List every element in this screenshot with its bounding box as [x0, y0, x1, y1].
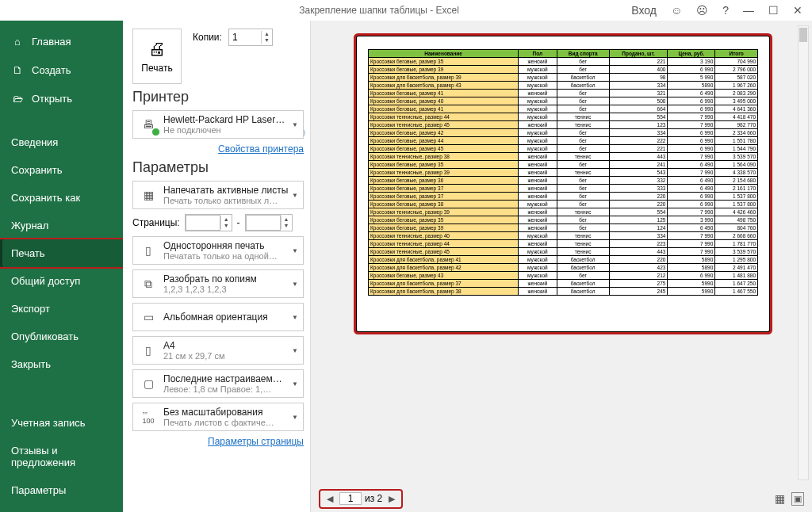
new-icon: 🗋: [11, 63, 24, 76]
paper-size-selector[interactable]: ▯ A421 см x 29,7 см ▼: [132, 336, 304, 365]
open-icon: 🗁: [11, 92, 24, 105]
print-button[interactable]: 🖨 Печать: [132, 29, 182, 84]
sidebar-item-share[interactable]: Общий доступ: [0, 267, 123, 295]
sidebar-item-save[interactable]: Сохранить: [0, 156, 123, 184]
chevron-down-icon: ▼: [289, 192, 298, 199]
preview-footer: ◀ из 2 ▶ ▦ ▣: [311, 485, 812, 512]
sidebar-item-print[interactable]: Печать: [0, 239, 123, 267]
scale-icon: ▫▫100: [138, 407, 159, 427]
spin-down-icon[interactable]: ▼: [262, 37, 272, 44]
sidebar-item-saveas[interactable]: Сохранить как: [0, 184, 123, 212]
titlebar: Закрепление шапки таблицы - Excel Вход ☺…: [0, 0, 812, 21]
sidebar-item-info[interactable]: Сведения: [0, 128, 123, 156]
printer-selector[interactable]: 🖶 Hewlett-Packard HP LaserJe…Не подключе…: [132, 110, 304, 139]
sidebar-item-open[interactable]: 🗁Открыть: [0, 84, 123, 113]
sidebar-item-feedback[interactable]: Отзывы и предложения: [0, 437, 123, 476]
pages-range: Страницы: ▲▼ - ▲▼: [132, 214, 304, 231]
sidebar-item-close[interactable]: Закрыть: [0, 350, 123, 378]
sidebar-item-export[interactable]: Экспорт: [0, 295, 123, 323]
help-icon[interactable]: ?: [722, 4, 729, 17]
page-setup-link[interactable]: Параметры страницы: [132, 436, 304, 447]
chevron-down-icon: ▼: [289, 380, 298, 388]
close-icon[interactable]: ✕: [793, 4, 802, 17]
sidebar-item-publish[interactable]: Опубликовать: [0, 323, 123, 350]
next-page-button[interactable]: ▶: [385, 492, 398, 506]
sidebar-item-home[interactable]: ⌂Главная: [0, 27, 123, 55]
sidebar-item-history[interactable]: Журнал: [0, 212, 123, 239]
paper-icon: ▯: [138, 340, 159, 361]
prev-page-button[interactable]: ◀: [324, 492, 336, 506]
sides-selector[interactable]: ▯ Односторонняя печатьПечатать только на…: [132, 236, 304, 265]
margins-selector[interactable]: ▢ Последние настраиваемы…Левое: 1,8 см П…: [132, 369, 304, 398]
chevron-down-icon: ▼: [289, 121, 298, 128]
printer-heading: Принтер: [132, 89, 304, 105]
window-title: Закрепление шапки таблицы - Excel: [127, 5, 631, 16]
sidebar-item-account[interactable]: Учетная запись: [0, 409, 123, 437]
chevron-down-icon: ▼: [289, 281, 298, 288]
preview-page: НаименованиеПолВид спортаПродано, шт.Цен…: [357, 36, 769, 331]
printer-icon: 🖨: [148, 39, 166, 59]
minimize-icon[interactable]: —: [743, 4, 754, 17]
titlebar-actions: Вход ☺ ☹ ? — ☐ ✕: [631, 4, 809, 17]
print-settings-panel: 🖨 Печать Копии: ▲▼ ⓘ Принтер 🖶 Hewlett-P…: [123, 21, 310, 512]
print-what-selector[interactable]: ▦ Напечатать активные листыПечать только…: [132, 181, 304, 209]
page-to-input[interactable]: ▲▼: [245, 214, 293, 231]
home-icon: ⌂: [11, 35, 24, 48]
sad-face-icon[interactable]: ☹: [696, 4, 708, 17]
print-preview: НаименованиеПолВид спортаПродано, шт.Цен…: [310, 21, 812, 512]
one-side-icon: ▯: [138, 240, 159, 261]
page-total-label: из 2: [365, 493, 382, 504]
vertical-scrollbar[interactable]: [798, 25, 809, 480]
sidebar-item-options[interactable]: Параметры: [0, 476, 123, 504]
happy-face-icon[interactable]: ☺: [671, 4, 682, 17]
copies-stepper[interactable]: ▲▼: [228, 29, 273, 46]
copies-label: Копии:: [193, 32, 222, 43]
copies-input[interactable]: [229, 30, 261, 44]
printer-device-icon: 🖶: [138, 114, 159, 135]
spin-up-icon[interactable]: ▲: [262, 31, 272, 37]
printer-properties-link[interactable]: Свойства принтера: [132, 143, 304, 155]
backstage-sidebar: ⌂Главная 🗋Создать 🗁Открыть Сведения Сохр…: [0, 21, 123, 512]
scaling-selector[interactable]: ▫▫100 Без масштабированияПечать листов с…: [132, 403, 304, 431]
orientation-selector[interactable]: ▭ Альбомная ориентация ▼: [132, 303, 304, 331]
collate-selector[interactable]: ⧉ Разобрать по копиям1,2,3 1,2,3 1,2,3 ▼: [132, 269, 304, 298]
chevron-down-icon: ▼: [289, 347, 298, 354]
landscape-icon: ▭: [138, 307, 159, 327]
params-heading: Параметры: [132, 159, 304, 176]
sidebar-item-create[interactable]: 🗋Создать: [0, 55, 123, 84]
current-page-input[interactable]: [339, 492, 362, 505]
sheets-icon: ▦: [138, 185, 159, 205]
collate-icon: ⧉: [138, 273, 159, 294]
chevron-down-icon: ▼: [289, 314, 298, 321]
page-navigator: ◀ из 2 ▶: [319, 489, 403, 509]
login-link[interactable]: Вход: [631, 4, 657, 17]
show-margins-icon[interactable]: ▦: [775, 492, 785, 506]
margins-icon: ▢: [138, 373, 159, 394]
page-from-input[interactable]: ▲▼: [185, 214, 232, 231]
maximize-icon[interactable]: ☐: [768, 4, 779, 17]
chevron-down-icon: ▼: [289, 247, 298, 254]
zoom-to-page-icon[interactable]: ▣: [791, 492, 804, 506]
preview-table: НаименованиеПолВид спортаПродано, шт.Цен…: [368, 49, 758, 296]
chevron-down-icon: ▼: [289, 414, 298, 421]
